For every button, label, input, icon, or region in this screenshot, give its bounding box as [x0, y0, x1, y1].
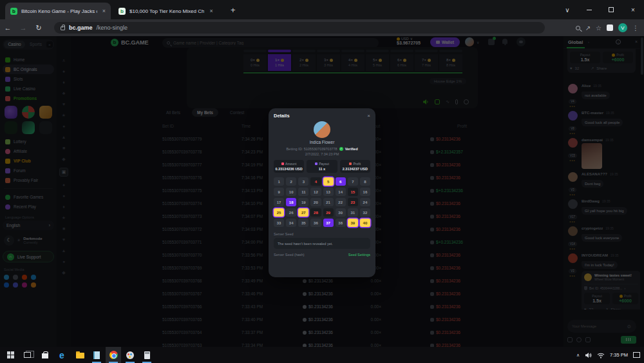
keno-cell: 23: [348, 198, 358, 206]
url-host: bc.game: [69, 25, 93, 31]
keno-cell: 15: [348, 188, 358, 196]
server-seed-value: The seed hasn't been revealed yet.: [274, 238, 370, 249]
system-tray: ∧ 7:35 PM: [576, 347, 640, 363]
keno-cell: 11: [298, 188, 308, 196]
stat-value: 11 x: [308, 167, 336, 171]
stat-value: 0.23134236 USD: [275, 167, 303, 171]
tab-search-chevron-icon[interactable]: ∨: [556, 0, 578, 19]
action-center-icon[interactable]: [633, 352, 640, 358]
paint-icon[interactable]: [122, 347, 138, 363]
microsoft-store-icon[interactable]: [37, 347, 53, 363]
keno-cell: 12: [310, 188, 321, 196]
tab-strip: b Bitcoin Keno Game - Play Jacks o × b $…: [0, 0, 644, 19]
keno-cell: 36: [310, 219, 321, 227]
bet-datetime: 2/7/2022, 7:34:23 PM: [274, 152, 370, 156]
keno-cell: 16: [360, 188, 370, 196]
tab-title: Bitcoin Keno Game - Play Jacks o: [21, 8, 97, 14]
keno-cell: 28: [310, 208, 321, 217]
stat-icon: [315, 162, 317, 165]
browser-menu-icon[interactable]: ⋮: [632, 25, 639, 32]
forward-icon[interactable]: →: [15, 24, 31, 32]
windows-taskbar: e ∧ 7:35 PM: [0, 347, 644, 363]
keno-cell: 35: [298, 219, 308, 227]
keno-cell: 22: [336, 198, 346, 206]
keno-cell: 6: [336, 177, 346, 186]
new-tab-icon[interactable]: +: [231, 5, 236, 15]
tab-promo[interactable]: b $10,000 Top Tier Keno Mixed Ch ×: [113, 3, 223, 19]
keno-cell: 27: [298, 208, 308, 217]
modal-close-icon[interactable]: ×: [367, 113, 370, 119]
stat-label: Amount: [285, 162, 296, 166]
keno-cell: 34: [286, 219, 296, 227]
address-bar[interactable]: bc.game/keno-single: [54, 22, 545, 34]
keno-cell: 10: [286, 188, 296, 196]
modal-title: Details: [274, 113, 290, 119]
stat-label: Payout: [319, 162, 329, 166]
verified-shield-icon: ✓: [339, 147, 343, 151]
verified-label: Verified: [345, 147, 358, 151]
player-avatar: [314, 121, 330, 138]
keno-cell: 33: [274, 219, 284, 227]
keno-cell: 20: [310, 198, 321, 206]
stat-value: 2.3134237 USD: [341, 167, 369, 171]
zoom-icon[interactable]: [576, 26, 580, 30]
hidden-icons-chevron[interactable]: ∧: [576, 353, 580, 358]
volume-icon[interactable]: [585, 352, 592, 358]
notepad-app-icon[interactable]: [89, 347, 104, 363]
keno-cell: 30: [336, 208, 346, 217]
edge-icon[interactable]: e: [54, 347, 70, 363]
keno-cell: 13: [323, 188, 334, 196]
extensions-icon[interactable]: [607, 25, 613, 31]
tab-keno-game[interactable]: b Bitcoin Keno Game - Play Jacks o ×: [5, 3, 111, 19]
keno-cell: 8: [360, 177, 370, 186]
maximize-icon[interactable]: [600, 0, 622, 19]
bcgame-favicon-2: b: [118, 8, 126, 15]
keno-cell: 5: [323, 177, 334, 186]
seed-settings-link[interactable]: Seed Settings: [348, 253, 370, 257]
bet-details-modal: Details × Indica Flower Betting ID: 5105…: [269, 108, 375, 277]
keno-cell: 26: [286, 208, 296, 217]
minimize-icon[interactable]: [578, 0, 600, 19]
keno-grid: 1 2 3 4 5 6 7 8 9 10 11 12: [274, 177, 370, 227]
server-seed-label: Server Seed: [274, 232, 370, 236]
share-icon[interactable]: ↗: [585, 25, 591, 32]
keno-cell: 32: [360, 208, 370, 217]
keno-cell: 18: [286, 198, 296, 206]
screen: b Bitcoin Keno Game - Play Jacks o × b $…: [0, 0, 644, 363]
bet-stats: Amount 0.23134236 USD Payout 11 x Profit…: [274, 160, 370, 173]
stat-label: Profit: [353, 162, 361, 166]
keno-cell: 31: [348, 208, 358, 217]
start-button[interactable]: [3, 347, 18, 363]
keno-cell: 37: [323, 219, 334, 227]
file-explorer-icon[interactable]: [72, 347, 88, 363]
wifi-icon[interactable]: [597, 352, 605, 358]
reload-icon[interactable]: ↻: [31, 24, 46, 32]
stat-box: Profit 2.3134237 USD: [340, 160, 370, 173]
window-close-icon[interactable]: ×: [622, 0, 644, 19]
keno-cell: 9: [274, 188, 284, 196]
chrome-icon[interactable]: [106, 347, 121, 363]
tab-title: $10,000 Top Tier Keno Mixed Ch: [129, 8, 204, 14]
bookmark-star-icon[interactable]: ☆: [596, 25, 601, 32]
keno-cell: 14: [336, 188, 346, 196]
calculator-icon[interactable]: [139, 347, 155, 363]
server-seed-hash-label: Server Seed (hash): [274, 253, 305, 257]
task-view-icon[interactable]: [19, 347, 35, 363]
clock[interactable]: 7:35 PM: [610, 352, 628, 358]
betting-id: Betting ID: 51055307039703778: [286, 147, 337, 151]
keno-cell: 29: [323, 208, 334, 217]
browser-profile-avatar[interactable]: V: [618, 23, 627, 32]
back-icon[interactable]: ←: [0, 24, 15, 32]
keno-cell: 17: [274, 198, 284, 206]
tab-close-icon[interactable]: ×: [209, 8, 213, 14]
stat-box: Payout 11 x: [307, 160, 337, 173]
keno-cell: 2: [286, 177, 296, 186]
browser-toolbar: ← → ↻ bc.game/keno-single: [0, 19, 644, 36]
url-path: /keno-single: [97, 25, 128, 31]
keno-cell: 39: [348, 219, 358, 227]
keno-cell: 7: [348, 177, 358, 186]
tab-close-icon[interactable]: ×: [102, 8, 106, 14]
keno-cell: 3: [298, 177, 308, 186]
lock-icon: [61, 26, 65, 30]
player-username: Indica Flower: [274, 140, 370, 144]
